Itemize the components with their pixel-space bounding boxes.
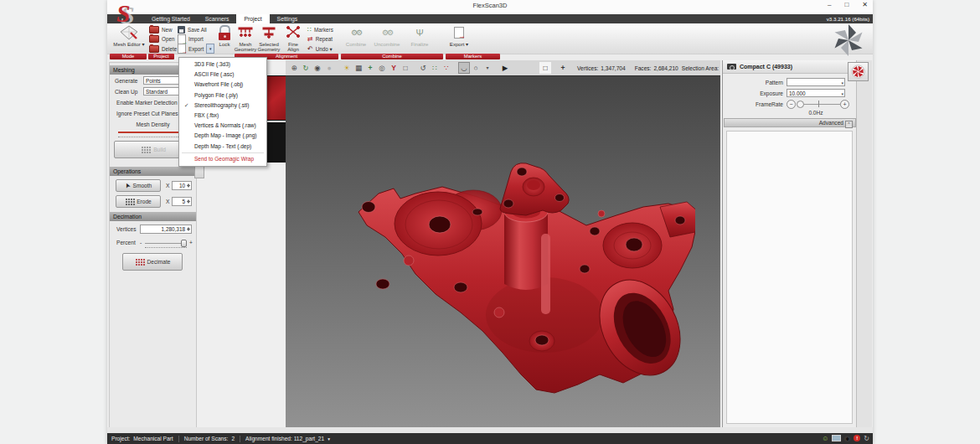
tab-settings[interactable]: Settings bbox=[270, 14, 306, 23]
grid-icon[interactable]: ▦ bbox=[353, 62, 364, 74]
viewport-3d[interactable] bbox=[286, 75, 720, 428]
framerate-plus-button[interactable]: + bbox=[840, 100, 849, 109]
screenshot-stage: FlexScan3D – □ ✕ S S Getting Started Sca… bbox=[0, 0, 980, 444]
menu-item[interactable]: Depth Map - Image (.png) bbox=[179, 131, 266, 141]
percent-plus-label[interactable]: + bbox=[189, 240, 193, 245]
decimation-section-header[interactable]: Decimation bbox=[110, 212, 196, 221]
menu-item[interactable]: ASCII File (.asc) bbox=[179, 70, 266, 80]
rotate-icon[interactable]: ↺ bbox=[417, 62, 429, 74]
fine-align-icon bbox=[286, 25, 301, 40]
new-button[interactable]: New bbox=[149, 25, 174, 34]
menu-item-checked[interactable]: ✓Stereolithography (.stl) bbox=[179, 101, 266, 111]
lasso-select-icon[interactable]: ◡ bbox=[458, 62, 470, 74]
fine-align-button[interactable]: Fine Align bbox=[282, 25, 304, 53]
select-more-icon[interactable]: ▾ bbox=[482, 62, 493, 74]
maximize-button[interactable]: □ bbox=[844, 1, 848, 8]
ignore-cut-planes-link[interactable]: Ignore Preset Cut Planes bbox=[116, 111, 178, 116]
erode-count-stepper[interactable]: 5 bbox=[172, 197, 192, 206]
import-button[interactable]: →Import bbox=[178, 35, 213, 44]
scanner-header[interactable]: Compact C (49933) bbox=[723, 60, 857, 74]
ribbon-tab-bar: Getting Started Scanners Project Setting… bbox=[107, 14, 873, 23]
exposure-select[interactable]: 10.000▾ bbox=[787, 89, 845, 97]
combine-button[interactable]: ⚙⚙ Combine bbox=[343, 25, 369, 53]
status-icons: ☺ ◉ ! ↻ bbox=[822, 435, 869, 442]
undo-button[interactable]: ↶Undo ▾ bbox=[307, 44, 336, 53]
marker-edit-icon[interactable]: ∵ bbox=[441, 62, 452, 74]
camera-view-icon[interactable]: ◉ bbox=[312, 62, 323, 74]
vertices-stepper[interactable]: 1,280,318 bbox=[140, 225, 192, 234]
axes-icon[interactable]: Y bbox=[388, 62, 400, 74]
build-icon bbox=[141, 146, 151, 154]
markers-export-icon: → bbox=[454, 25, 464, 40]
vertices-label: Vertices bbox=[116, 226, 136, 232]
decimate-icon bbox=[135, 258, 145, 266]
uncombine-label: Uncombine bbox=[374, 42, 400, 48]
export-dropdown-button[interactable]: ▾ bbox=[206, 44, 214, 54]
close-button[interactable]: ✕ bbox=[862, 1, 868, 8]
markers-export-button[interactable]: → Export ▾ bbox=[446, 25, 472, 53]
menu-item[interactable]: Wavefront File (.obj) bbox=[179, 80, 266, 90]
selected-geometry-icon bbox=[261, 25, 276, 40]
fit-view-icon[interactable]: ⊕ bbox=[288, 62, 300, 74]
smooth-icon: ➤ bbox=[123, 182, 132, 190]
selection-box-icon[interactable]: □ bbox=[400, 62, 411, 74]
monitor-icon[interactable] bbox=[832, 435, 841, 441]
erode-button[interactable]: Erode bbox=[116, 195, 161, 208]
light-icon[interactable]: ☀ bbox=[341, 62, 353, 74]
markers-visibility-icon[interactable]: ∷ bbox=[429, 62, 441, 74]
new-icon bbox=[149, 26, 159, 34]
tab-project[interactable]: Project bbox=[236, 14, 269, 23]
export-label: Export bbox=[188, 46, 204, 52]
square-select-icon[interactable]: □ bbox=[539, 62, 551, 74]
capture-status-icon[interactable]: ◉ bbox=[844, 435, 850, 442]
repeat-button[interactable]: ⇄Repeat bbox=[307, 35, 336, 44]
menu-divider bbox=[182, 152, 264, 153]
menu-item-send-to-geomagic[interactable]: Send to Geomagic Wrap bbox=[179, 154, 266, 164]
open-icon bbox=[149, 35, 159, 43]
user-status-icon[interactable]: ☺ bbox=[822, 435, 828, 442]
pattern-select[interactable]: ▾ bbox=[787, 78, 845, 86]
export-button[interactable]: →Export▾ bbox=[178, 44, 213, 53]
error-badge-icon[interactable]: ! bbox=[854, 435, 860, 441]
smooth-button[interactable]: ➤ Smooth bbox=[116, 179, 161, 192]
uncombine-button[interactable]: ⚙⚙ Uncombine bbox=[372, 25, 402, 53]
scanned-model-mechanical-part[interactable] bbox=[335, 160, 695, 403]
alignment-tools: ∷Markers ⇄Repeat ↶Undo ▾ bbox=[307, 25, 336, 53]
status-alignment-dropdown[interactable]: ▾ bbox=[328, 436, 330, 441]
menu-item[interactable]: Vertices & Normals (.raw) bbox=[179, 121, 266, 131]
selected-geometry-button[interactable]: Selected Geometry bbox=[257, 25, 281, 53]
menu-item[interactable]: FBX (.fbx) bbox=[179, 111, 266, 121]
decimate-button[interactable]: Decimate bbox=[122, 253, 183, 271]
menu-item[interactable]: Depth Map - Text (.dep) bbox=[179, 142, 266, 152]
markers-button[interactable]: ∷Markers bbox=[307, 25, 336, 34]
reset-view-icon[interactable]: ↻ bbox=[300, 62, 312, 74]
move-icon[interactable]: + bbox=[364, 62, 376, 74]
framerate-slider-handle[interactable] bbox=[797, 101, 804, 108]
circle-select-icon[interactable]: ○ bbox=[470, 62, 482, 74]
right-rail bbox=[856, 60, 872, 427]
lock-icon bbox=[219, 25, 230, 40]
operations-section-header[interactable]: Operations bbox=[110, 167, 196, 176]
play-icon[interactable]: ▶ bbox=[499, 62, 511, 74]
save-all-button[interactable]: Save All bbox=[178, 25, 213, 34]
tab-getting-started[interactable]: Getting Started bbox=[144, 14, 198, 23]
tab-scanners[interactable]: Scanners bbox=[198, 14, 237, 23]
framerate-minus-button[interactable]: − bbox=[787, 100, 796, 109]
delete-button[interactable]: Delete bbox=[149, 44, 174, 53]
minimize-button[interactable]: – bbox=[828, 1, 831, 8]
enable-marker-detection-link[interactable]: Enable Marker Detection bbox=[116, 100, 178, 106]
menu-item[interactable]: 3D3 File (.3d3) bbox=[179, 59, 266, 70]
lock-button[interactable]: Lock bbox=[214, 25, 235, 52]
mesh-geometry-button[interactable]: Mesh Geometry bbox=[235, 25, 255, 53]
percent-slider-handle[interactable] bbox=[181, 240, 187, 247]
capture-aperture-button[interactable] bbox=[848, 62, 869, 81]
advanced-toggle-icon[interactable]: ^ bbox=[845, 121, 853, 128]
pan-icon[interactable]: + bbox=[557, 62, 569, 74]
orbit-icon[interactable]: ◎ bbox=[376, 62, 388, 74]
finalize-button[interactable]: Ψ Finalize bbox=[405, 25, 434, 53]
smooth-count-stepper[interactable]: 10 bbox=[172, 181, 192, 190]
open-button[interactable]: Open bbox=[149, 35, 174, 44]
advanced-expander[interactable]: Advanced ^ bbox=[724, 118, 856, 127]
menu-item[interactable]: Polygon File (.ply) bbox=[179, 90, 266, 101]
percent-minus-label[interactable]: - bbox=[140, 240, 142, 245]
